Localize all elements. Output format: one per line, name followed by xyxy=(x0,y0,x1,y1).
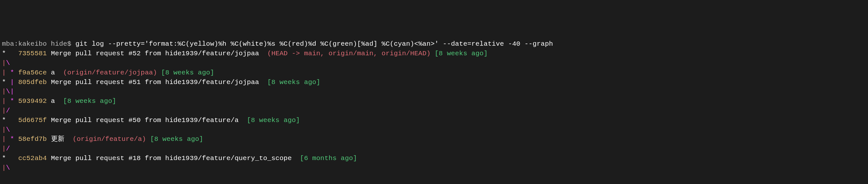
command-text: git log --pretty='format:%C(yellow)%h %C… xyxy=(75,40,553,48)
commit-hash: cc52ab4 xyxy=(18,155,47,162)
terminal-output: mba:kakeibo hide$ git log --pretty='form… xyxy=(2,39,866,173)
graph-col: | xyxy=(2,98,6,105)
commit-author xyxy=(203,135,207,143)
commit-author xyxy=(116,98,121,105)
commit-subject: a xyxy=(51,98,55,105)
graph-col: | xyxy=(2,135,6,143)
graph-col: | xyxy=(2,69,6,76)
log-line: |/ xyxy=(2,106,866,116)
shell-prompt: mba:kakeibo hide$ xyxy=(2,40,75,48)
commit-date: [8 weeks ago] xyxy=(243,116,300,124)
commit-refs xyxy=(259,79,264,86)
log-line: * | 805dfeb Merge pull request #51 from … xyxy=(2,78,866,87)
commit-subject: Merge pull request #18 from hide1939/fea… xyxy=(51,155,292,162)
commit-hash: 7355581 xyxy=(18,50,47,57)
commit-refs xyxy=(55,98,59,105)
graph-col: | xyxy=(2,126,6,134)
commit-author xyxy=(320,79,324,86)
log-line: |\ xyxy=(2,163,866,173)
log-line: * 7355581 Merge pull request #52 from hi… xyxy=(2,49,866,58)
graph-col: | xyxy=(2,164,6,172)
commit-author xyxy=(357,155,361,162)
commit-refs: (origin/feature/jojpaa) xyxy=(55,69,157,76)
commit-subject: a xyxy=(51,69,55,76)
commit-refs xyxy=(239,116,243,124)
commit-date: [8 weeks ago] xyxy=(157,69,214,76)
commit-hash: 58efd7b xyxy=(18,135,47,143)
commit-hash: 5939492 xyxy=(18,98,47,105)
commit-date: [6 months ago] xyxy=(296,155,357,162)
git-log-output: * 7355581 Merge pull request #52 from hi… xyxy=(2,49,866,173)
commit-author xyxy=(214,69,218,76)
log-line: * cc52ab4 Merge pull request #18 from hi… xyxy=(2,154,866,163)
commit-hash: 5d6675f xyxy=(18,116,47,124)
commit-refs: (origin/feature/a) xyxy=(64,135,146,143)
graph-col: | xyxy=(2,88,6,95)
log-line: | * 5939492 a [8 weeks ago] xyxy=(2,97,866,106)
commit-hash: f9a56ce xyxy=(18,69,47,76)
graph-col: | xyxy=(2,145,6,152)
commit-date: [8 weeks ago] xyxy=(431,50,488,57)
graph-col: | xyxy=(2,59,6,67)
log-line: |/ xyxy=(2,144,866,154)
graph-col: * xyxy=(2,116,6,124)
commit-subject: Merge pull request #50 from hide1939/fea… xyxy=(51,116,239,124)
graph-col: * xyxy=(2,50,6,57)
commit-refs xyxy=(292,155,296,162)
graph-col: * xyxy=(2,155,6,162)
log-line: | * f9a56ce a (origin/feature/jojpaa) [8… xyxy=(2,68,866,78)
log-line: |\ xyxy=(2,125,866,135)
commit-author xyxy=(488,50,492,57)
log-line: | * 58efd7b 更新 (origin/feature/a) [8 wee… xyxy=(2,134,866,144)
graph-col: | xyxy=(2,107,6,114)
commit-subject: 更新 xyxy=(51,135,64,143)
commit-refs: (HEAD -> main, origin/main, origin/HEAD) xyxy=(259,50,431,57)
commit-subject: Merge pull request #51 from hide1939/fea… xyxy=(51,79,259,86)
log-line: |\ xyxy=(2,58,866,68)
graph-col: * xyxy=(2,79,6,86)
commit-date: [8 weeks ago] xyxy=(59,98,116,105)
commit-author xyxy=(300,116,304,124)
commit-date: [8 weeks ago] xyxy=(263,79,320,86)
log-line: |\| xyxy=(2,87,866,97)
commit-hash: 805dfeb xyxy=(18,79,47,86)
commit-date: [8 weeks ago] xyxy=(146,135,203,143)
commit-subject: Merge pull request #52 from hide1939/fea… xyxy=(51,50,259,57)
log-line: * 5d6675f Merge pull request #50 from hi… xyxy=(2,116,866,125)
